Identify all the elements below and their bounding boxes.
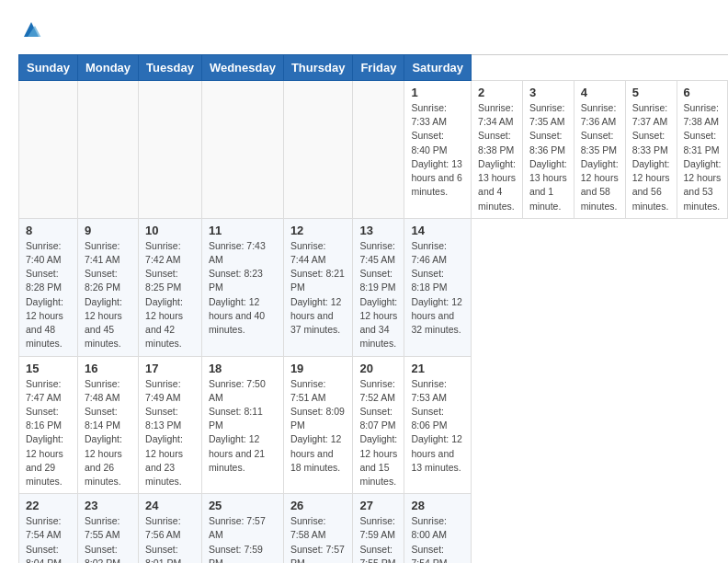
sunrise: Sunrise: 7:35 AM	[529, 102, 565, 127]
day-number: 9	[85, 224, 131, 237]
calendar-day-cell: 3Sunrise: 7:35 AMSunset: 8:36 PMDaylight…	[522, 81, 574, 219]
sunrise: Sunrise: 7:41 AM	[85, 240, 120, 265]
day-info: Sunrise: 7:46 AMSunset: 8:18 PMDaylight:…	[411, 239, 464, 338]
calendar-day-cell: 1Sunrise: 7:33 AMSunset: 8:40 PMDaylight…	[404, 81, 472, 219]
calendar-table: SundayMondayTuesdayWednesdayThursdayFrid…	[18, 54, 728, 563]
day-info: Sunrise: 7:42 AMSunset: 8:25 PMDaylight:…	[145, 239, 195, 351]
daylight: Daylight: 13 hours and 6 minutes.	[411, 158, 461, 197]
sunset: Sunset: 8:25 PM	[145, 268, 181, 293]
calendar-day-cell: 9Sunrise: 7:41 AMSunset: 8:26 PMDaylight…	[77, 218, 138, 356]
calendar-day-cell	[77, 81, 138, 219]
calendar-day-cell: 26Sunrise: 7:58 AMSunset: 7:57 PMDayligh…	[283, 494, 353, 563]
sunrise: Sunrise: 7:53 AM	[411, 378, 447, 403]
sunrise: Sunrise: 8:00 AM	[411, 515, 447, 540]
day-info: Sunrise: 7:38 AMSunset: 8:31 PMDaylight:…	[684, 101, 722, 213]
daylight: Daylight: 12 hours and 53 minutes.	[684, 158, 722, 212]
sunrise: Sunrise: 7:44 AM	[290, 240, 326, 265]
calendar-day-cell: 8Sunrise: 7:40 AMSunset: 8:28 PMDaylight…	[19, 218, 78, 356]
daylight: Daylight: 12 hours and 48 minutes.	[26, 296, 63, 350]
day-number: 14	[411, 224, 464, 237]
calendar-day-cell: 18Sunrise: 7:50 AMSunset: 8:11 PMDayligh…	[201, 356, 283, 494]
daylight: Daylight: 12 hours and 45 minutes.	[85, 296, 122, 350]
calendar-day-cell: 25Sunrise: 7:57 AMSunset: 7:59 PMDayligh…	[201, 494, 283, 563]
sunset: Sunset: 8:23 PM	[209, 268, 263, 293]
sunrise: Sunrise: 7:33 AM	[411, 102, 447, 127]
day-info: Sunrise: 7:59 AMSunset: 7:55 PMDaylight:…	[359, 514, 397, 563]
calendar-week-row: 8Sunrise: 7:40 AMSunset: 8:28 PMDaylight…	[19, 218, 729, 356]
day-info: Sunrise: 7:43 AMSunset: 8:23 PMDaylight:…	[209, 239, 277, 338]
sunrise: Sunrise: 7:43 AM	[209, 240, 266, 265]
day-info: Sunrise: 7:56 AMSunset: 8:01 PMDaylight:…	[145, 514, 195, 563]
daylight: Daylight: 12 hours and 37 minutes.	[290, 296, 341, 335]
calendar-day-cell: 6Sunrise: 7:38 AMSunset: 8:31 PMDaylight…	[677, 81, 728, 219]
day-info: Sunrise: 7:45 AMSunset: 8:19 PMDaylight:…	[359, 239, 397, 351]
calendar-week-row: 22Sunrise: 7:54 AMSunset: 8:04 PMDayligh…	[19, 494, 729, 563]
day-number: 11	[209, 224, 277, 237]
calendar-day-cell: 16Sunrise: 7:48 AMSunset: 8:14 PMDayligh…	[77, 356, 138, 494]
calendar-day-cell: 10Sunrise: 7:42 AMSunset: 8:25 PMDayligh…	[139, 218, 202, 356]
calendar-week-row: 15Sunrise: 7:47 AMSunset: 8:16 PMDayligh…	[19, 356, 729, 494]
calendar-day-header: Thursday	[283, 55, 353, 81]
calendar-day-cell: 24Sunrise: 7:56 AMSunset: 8:01 PMDayligh…	[139, 494, 202, 563]
logo-text	[18, 18, 42, 45]
day-number: 3	[529, 86, 567, 99]
sunset: Sunset: 7:59 PM	[209, 544, 263, 563]
daylight: Daylight: 12 hours and 34 minutes.	[359, 296, 397, 350]
sunrise: Sunrise: 7:45 AM	[359, 240, 395, 265]
calendar-day-cell: 17Sunrise: 7:49 AMSunset: 8:13 PMDayligh…	[139, 356, 202, 494]
sunset: Sunset: 8:01 PM	[145, 544, 181, 563]
sunset: Sunset: 7:57 PM	[290, 544, 345, 563]
calendar-day-cell	[201, 81, 283, 219]
day-number: 18	[209, 362, 277, 375]
sunrise: Sunrise: 7:54 AM	[26, 515, 62, 540]
calendar-week-row: 1Sunrise: 7:33 AMSunset: 8:40 PMDaylight…	[19, 81, 729, 219]
day-number: 16	[85, 362, 131, 375]
sunrise: Sunrise: 7:36 AM	[581, 102, 617, 127]
day-number: 24	[145, 499, 195, 512]
calendar-day-cell: 21Sunrise: 7:53 AMSunset: 8:06 PMDayligh…	[404, 356, 472, 494]
sunrise: Sunrise: 7:59 AM	[359, 515, 395, 540]
day-number: 26	[290, 499, 347, 512]
day-number: 1	[411, 86, 464, 99]
calendar-day-cell: 13Sunrise: 7:45 AMSunset: 8:19 PMDayligh…	[353, 218, 404, 356]
sunrise: Sunrise: 7:37 AM	[632, 102, 668, 127]
sunset: Sunset: 7:55 PM	[359, 544, 395, 563]
day-number: 23	[85, 499, 131, 512]
day-number: 15	[26, 362, 71, 375]
day-info: Sunrise: 7:58 AMSunset: 7:57 PMDaylight:…	[290, 514, 347, 563]
calendar-day-header: Friday	[353, 55, 404, 81]
sunset: Sunset: 8:38 PM	[478, 130, 514, 155]
day-number: 4	[581, 86, 619, 99]
calendar-day-cell: 22Sunrise: 7:54 AMSunset: 8:04 PMDayligh…	[19, 494, 78, 563]
daylight: Daylight: 12 hours and 58 minutes.	[581, 158, 619, 212]
day-info: Sunrise: 7:51 AMSunset: 8:09 PMDaylight:…	[290, 377, 347, 476]
daylight: Daylight: 12 hours and 29 minutes.	[26, 433, 63, 487]
daylight: Daylight: 12 hours and 23 minutes.	[145, 433, 183, 487]
calendar-day-cell: 12Sunrise: 7:44 AMSunset: 8:21 PMDayligh…	[283, 218, 353, 356]
day-info: Sunrise: 7:35 AMSunset: 8:36 PMDaylight:…	[529, 101, 567, 213]
day-number: 19	[290, 362, 347, 375]
day-number: 12	[290, 224, 347, 237]
page-header	[18, 18, 710, 45]
sunrise: Sunrise: 7:56 AM	[145, 515, 181, 540]
sunset: Sunset: 8:07 PM	[359, 406, 395, 431]
day-number: 28	[411, 499, 464, 512]
sunset: Sunset: 8:04 PM	[26, 544, 62, 563]
day-info: Sunrise: 7:54 AMSunset: 8:04 PMDaylight:…	[26, 514, 71, 563]
day-info: Sunrise: 7:36 AMSunset: 8:35 PMDaylight:…	[581, 101, 619, 213]
sunrise: Sunrise: 7:49 AM	[145, 378, 181, 403]
sunset: Sunset: 8:36 PM	[529, 130, 565, 155]
daylight: Daylight: 12 hours and 13 minutes.	[411, 433, 461, 472]
daylight: Daylight: 12 hours and 42 minutes.	[145, 296, 183, 350]
sunset: Sunset: 8:14 PM	[85, 406, 120, 431]
sunset: Sunset: 8:26 PM	[85, 268, 120, 293]
day-info: Sunrise: 7:47 AMSunset: 8:16 PMDaylight:…	[26, 377, 71, 489]
daylight: Daylight: 12 hours and 40 minutes.	[209, 296, 265, 335]
calendar-day-header: Sunday	[19, 55, 78, 81]
daylight: Daylight: 12 hours and 21 minutes.	[209, 433, 265, 472]
sunrise: Sunrise: 7:38 AM	[684, 102, 720, 127]
sunrise: Sunrise: 7:50 AM	[209, 378, 266, 403]
sunset: Sunset: 8:28 PM	[26, 268, 62, 293]
calendar-day-cell	[353, 81, 404, 219]
day-number: 17	[145, 362, 195, 375]
